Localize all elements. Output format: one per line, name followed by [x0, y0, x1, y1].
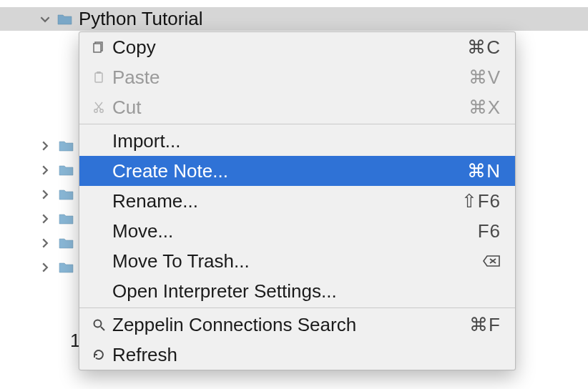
menu-item-zeppelin-search[interactable]: Zeppelin Connections Search ⌘F	[79, 310, 515, 340]
context-menu: Copy ⌘C Paste ⌘V Cut ⌘X Import... Create…	[79, 31, 516, 370]
svg-point-4	[94, 109, 97, 112]
menu-label: Paste	[109, 67, 469, 89]
folder-icon	[57, 13, 73, 26]
svg-point-6	[94, 320, 102, 328]
menu-label: Rename...	[109, 190, 461, 212]
svg-rect-1	[94, 44, 101, 52]
tree-item-truncated: OtherNotes	[0, 0, 588, 7]
tree-item-label: Python Tutorial	[79, 8, 202, 30]
folder-icon	[59, 237, 74, 250]
menu-shortcut: ⌘F	[469, 314, 501, 336]
search-icon	[88, 317, 109, 332]
menu-shortcut	[482, 254, 501, 268]
menu-item-create-note[interactable]: Create Note... ⌘N	[79, 156, 515, 186]
folder-icon	[59, 212, 74, 225]
menu-item-interpreter-settings[interactable]: Open Interpreter Settings...	[79, 276, 515, 306]
menu-label: Import...	[109, 130, 501, 152]
menu-label: Cut	[109, 97, 469, 119]
menu-item-refresh[interactable]: Refresh	[79, 340, 515, 370]
delete-right-icon	[482, 254, 501, 268]
folder-icon	[59, 164, 74, 177]
chevron-right-icon	[39, 261, 52, 274]
menu-shortcut: F6	[478, 220, 501, 242]
svg-point-5	[100, 109, 103, 112]
menu-item-import[interactable]: Import...	[79, 126, 515, 156]
menu-shortcut: ⌘V	[469, 67, 501, 89]
menu-item-move-to-trash[interactable]: Move To Trash...	[79, 246, 515, 276]
menu-item-rename[interactable]: Rename... ⇧F6	[79, 186, 515, 216]
menu-shortcut: ⌘C	[467, 36, 501, 59]
paste-icon	[88, 70, 109, 84]
menu-separator	[79, 124, 515, 124]
menu-item-cut: Cut ⌘X	[79, 92, 515, 122]
menu-item-copy[interactable]: Copy ⌘C	[79, 32, 515, 62]
menu-label: Open Interpreter Settings...	[109, 280, 501, 302]
menu-label: Zeppelin Connections Search	[109, 314, 469, 336]
menu-label: Copy	[109, 36, 467, 59]
chevron-right-icon	[39, 237, 52, 250]
cut-icon	[88, 100, 109, 114]
refresh-icon	[88, 348, 109, 362]
folder-icon	[59, 139, 74, 152]
tree-item-label: OtherNotes	[93, 0, 188, 4]
menu-label: Move...	[109, 220, 478, 242]
svg-rect-3	[97, 72, 101, 74]
copy-icon	[88, 40, 109, 54]
menu-shortcut: ⇧F6	[461, 190, 501, 212]
svg-rect-2	[95, 73, 102, 82]
menu-shortcut: ⌘N	[467, 160, 501, 182]
menu-item-move[interactable]: Move... F6	[79, 216, 515, 246]
menu-item-paste: Paste ⌘V	[79, 62, 515, 92]
chevron-right-icon	[39, 188, 52, 201]
menu-separator	[79, 307, 515, 308]
menu-label: Refresh	[109, 344, 501, 366]
chevron-right-icon	[39, 212, 52, 225]
chevron-right-icon	[39, 139, 52, 152]
menu-label: Create Note...	[109, 160, 467, 182]
tree-item-selected[interactable]: Python Tutorial	[0, 7, 588, 31]
chevron-right-icon	[39, 164, 52, 177]
folder-icon	[59, 261, 74, 274]
folder-icon	[59, 188, 74, 201]
menu-label: Move To Trash...	[109, 250, 482, 272]
chevron-down-icon	[39, 13, 52, 26]
menu-shortcut: ⌘X	[469, 97, 501, 119]
